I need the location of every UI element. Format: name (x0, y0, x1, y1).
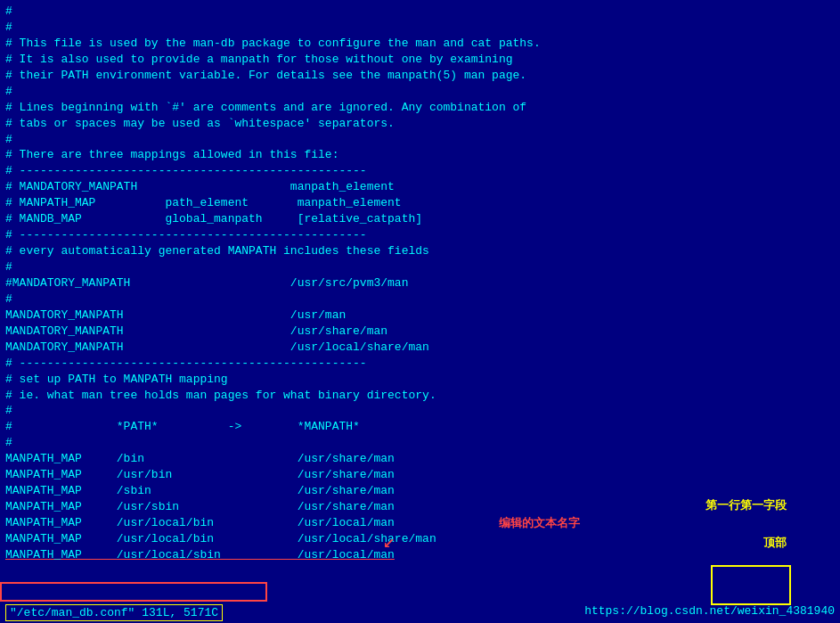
line-14: # MANDB_MAP global_manpath [relative_cat… (5, 211, 835, 227)
line-1: # (5, 4, 835, 20)
line-5: # their PATH environment variable. For d… (5, 68, 835, 84)
line-30: MANPATH_MAP /usr/bin /usr/share/man (5, 467, 835, 483)
line-8: # tabs or spaces may be used as `whitesp… (5, 116, 835, 132)
line-11: # --------------------------------------… (5, 163, 835, 179)
line-23: # --------------------------------------… (5, 356, 835, 372)
line-26: # (5, 403, 835, 419)
line-21: MANDATORY_MANPATH /usr/share/man (5, 324, 835, 340)
line-3: # This file is used by the man-db packag… (5, 36, 835, 52)
line-35: MANPATH_MAP /usr/local/sbin /usr/local/m… (5, 547, 835, 563)
line-20: MANDATORY_MANPATH /usr/man (5, 307, 835, 324)
line-19: # (5, 291, 835, 307)
line-12: # MANDATORY_MANPATH manpath_element (5, 179, 835, 195)
line-16: # every automatically generated MANPATH … (5, 243, 835, 259)
terminal: # # # This file is used by the man-db pa… (0, 0, 840, 623)
url-text: https://blog.csdn.net/weixin_4381940 (584, 604, 835, 621)
line-10: # There are three mappings allowed in th… (5, 147, 835, 163)
line-6: # (5, 84, 835, 100)
line-7: # Lines beginning with `#' are comments … (5, 100, 835, 116)
line-9: # (5, 132, 835, 148)
yellow-box (711, 565, 791, 605)
line-22: MANDATORY_MANPATH /usr/local/share/man (5, 340, 835, 356)
line-27: # *PATH* -> *MANPATH* (5, 419, 835, 435)
top-annotation: 顶部 (763, 535, 787, 551)
status-bar: "/etc/man_db.conf" 131L, 5171C https://b… (0, 603, 840, 623)
first-field-annotation: 第一行第一字段 (705, 497, 787, 513)
line-13: # MANPATH_MAP path_element manpath_eleme… (5, 195, 835, 211)
line-4: # It is also used to provide a manpath f… (5, 52, 835, 68)
line-24: # set up PATH to MANPATH mapping (5, 372, 835, 388)
line-25: # ie. what man tree holds man pages for … (5, 388, 835, 404)
line-34: MANPATH_MAP /usr/local/bin /usr/local/sh… (5, 531, 835, 547)
line-28: # (5, 435, 835, 451)
line-17: # (5, 259, 835, 275)
status-text: "/etc/man_db.conf" 131L, 5171C (5, 604, 223, 621)
line-15: # --------------------------------------… (5, 227, 835, 243)
line-33: MANPATH_MAP /usr/local/bin /usr/local/ma… (5, 515, 835, 531)
edit-arrow: ↙ (383, 529, 395, 553)
status-box-red (0, 582, 267, 602)
line-29: MANPATH_MAP /bin /usr/share/man (5, 451, 835, 467)
edit-label-annotation: 编辑的文本名字 (499, 515, 580, 531)
line-2: # (5, 20, 835, 36)
line-18: #MANDATORY_MANPATH /usr/src/pvm3/man (5, 275, 835, 291)
